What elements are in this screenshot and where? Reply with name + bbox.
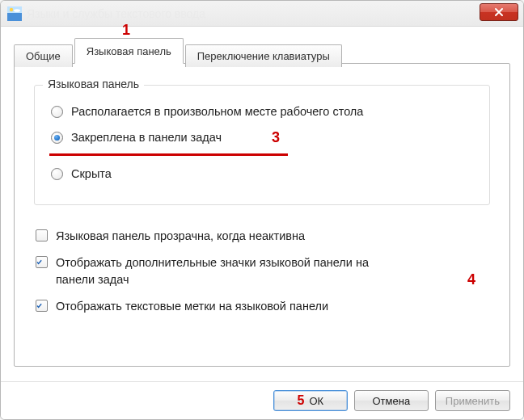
button-label: ОК [309,395,323,407]
close-icon [494,7,504,17]
radio-icon [51,168,63,180]
svg-point-2 [10,7,13,10]
button-label: Применить [446,395,500,407]
radio-floating[interactable]: Располагается в произвольном месте рабоч… [49,99,475,124]
checkbox-label: Отображать дополнительные значки языково… [56,254,404,288]
annotation-3: 3 [272,129,280,146]
checkbox-icon [36,229,48,242]
apply-button[interactable]: Применить [435,390,510,411]
radio-label: Располагается в произвольном месте рабоч… [71,105,363,118]
checkbox-label: Языковая панель прозрачна, когда неактив… [56,228,305,245]
language-bar-group: Языковая панель Располагается в произвол… [34,85,490,205]
client-area: 1 Общие Языковая панель Переключение кла… [1,27,523,419]
tab-panel: Языковая панель Располагается в произвол… [14,63,510,367]
check-text-labels[interactable]: Отображать текстовые метки на языковой п… [34,293,490,320]
svg-point-3 [14,9,20,12]
button-label: Отмена [373,395,411,407]
ok-button[interactable]: 5 ОК [273,390,348,411]
app-icon [7,6,22,21]
tab-strip: Общие Языковая панель Переключение клави… [14,36,510,64]
tab-language-bar[interactable]: Языковая панель [74,38,184,64]
checkbox-icon [36,256,48,268]
radio-docked[interactable]: Закреплена в панели задач 3 [49,124,475,150]
radio-icon [51,132,63,144]
cancel-button[interactable]: Отмена [354,390,429,411]
radio-label: Закреплена в панели задач [71,131,222,144]
checkbox-icon [36,300,48,312]
titlebar: Языки и службы текстового ввода [1,1,523,27]
tab-general[interactable]: Общие [14,44,73,67]
group-legend: Языковая панель [43,78,144,90]
dialog-window: Языки и службы текстового ввода 1 Общие … [0,0,524,420]
radio-label: Скрыта [71,167,112,180]
check-transparent[interactable]: Языковая панель прозрачна, когда неактив… [34,223,490,250]
tab-key-switch[interactable]: Переключение клавиатуры [185,44,342,67]
window-title: Языки и службы текстового ввода [27,7,480,20]
radio-hidden[interactable]: Скрыта [49,161,475,187]
radio-icon [51,106,63,118]
close-button[interactable] [480,3,518,21]
dialog-buttons: 5 ОК Отмена Применить [1,381,523,411]
annotation-5: 5 [298,393,305,408]
checkbox-label: Отображать текстовые метки на языковой п… [56,298,328,315]
svg-rect-0 [7,13,22,21]
check-extra-icons[interactable]: Отображать дополнительные значки языково… [34,250,490,293]
annotation-underline [49,153,288,156]
annotation-4: 4 [467,269,475,290]
